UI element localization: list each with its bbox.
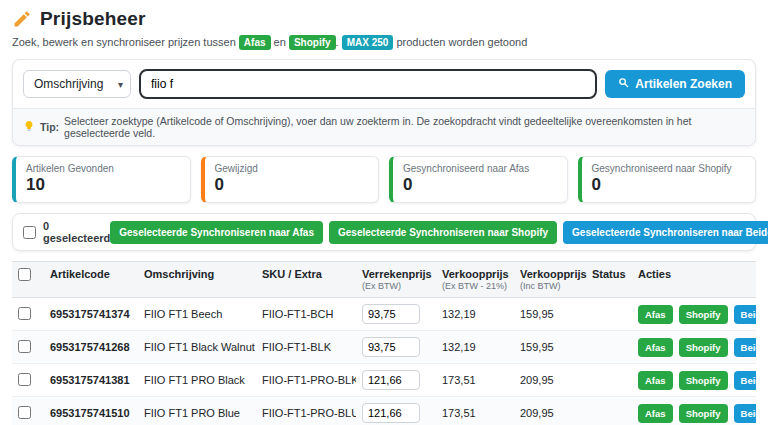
col-verkoopprijs-ex-sub: (Ex BTW - 21%) (442, 281, 508, 291)
select-all-checkbox[interactable] (23, 226, 36, 239)
row-checkbox[interactable] (18, 373, 31, 386)
search-button[interactable]: Artikelen Zoeken (605, 70, 745, 98)
stat-card-artikelen-gevonden: Artikelen Gevonden 10 (12, 156, 191, 203)
table-row: 6953175741374 FIIO FT1 Beech FIIO-FT1-BC… (12, 298, 756, 331)
cell-acties: Afas Shopify Beide (632, 364, 756, 397)
search-type-select[interactable]: Omschrijving (23, 70, 131, 98)
row-checkbox-cell (12, 364, 44, 397)
afas-badge: Afas (239, 35, 271, 50)
col-verkoopprijs-ex-label: Verkoopprijs (442, 268, 508, 280)
cell-verrekenprijs (356, 364, 436, 397)
cell-status (586, 331, 632, 364)
cell-sku: FIIO-FT1-PRO-BLU (256, 397, 356, 425)
row-sync-shopify-button[interactable]: Shopify (679, 338, 728, 357)
edit-pencil-icon (12, 9, 32, 29)
products-table: Artikelcode Omschrijving SKU / Extra Ver… (12, 261, 756, 425)
stat-value: 0 (215, 175, 369, 195)
row-sync-afas-button[interactable]: Afas (638, 338, 673, 357)
tip-text: Selecteer zoektype (Artikelcode of Omsch… (64, 115, 745, 139)
cell-verkoopprijs-inc: 159,95 (514, 298, 586, 331)
sync-selected-shopify-button[interactable]: Geselecteerde Synchroniseren naar Shopif… (329, 221, 557, 244)
cell-omschrijving: FIIO FT1 Beech (138, 298, 256, 331)
header-checkbox-cell (12, 262, 44, 298)
row-sync-beide-button[interactable]: Beide (734, 404, 756, 423)
selection-bar: 0 geselecteerd Geselecteerde Synchronise… (12, 213, 756, 251)
cell-verkoopprijs-inc: 209,95 (514, 364, 586, 397)
table-row: 6953175741510 FIIO FT1 PRO Blue FIIO-FT1… (12, 397, 756, 425)
lightbulb-icon (23, 120, 35, 134)
row-checkbox[interactable] (18, 340, 31, 353)
cell-acties: Afas Shopify Beide (632, 298, 756, 331)
row-sync-shopify-button[interactable]: Shopify (679, 371, 728, 390)
stat-label: Gesynchroniseerd naar Afas (403, 163, 557, 174)
row-sync-beide-button[interactable]: Beide (734, 371, 756, 390)
cell-sku: FIIO-FT1-PRO-BLK (256, 364, 356, 397)
col-verkoopprijs-inc-label: Verkoopprijs (520, 268, 580, 280)
cell-verkoopprijs-inc: 209,95 (514, 397, 586, 425)
search-input[interactable] (139, 69, 597, 99)
stat-card-gesynchroniseerd-afas: Gesynchroniseerd naar Afas 0 (389, 156, 568, 203)
stat-label: Gewijzigd (215, 163, 369, 174)
verrekenprijs-input[interactable] (362, 304, 420, 324)
cell-acties: Afas Shopify Beide (632, 397, 756, 425)
row-checkbox[interactable] (18, 406, 31, 419)
row-sync-afas-button[interactable]: Afas (638, 305, 673, 324)
col-omschrijving: Omschrijving (138, 262, 256, 298)
cell-verkoopprijs-ex: 173,51 (436, 397, 514, 425)
cell-sku: FIIO-FT1-BCH (256, 298, 356, 331)
cell-status (586, 298, 632, 331)
cell-artikelcode: 6953175741381 (44, 364, 138, 397)
sync-selected-afas-button[interactable]: Geselecteerde Synchroniseren naar Afas (110, 221, 323, 244)
cell-status (586, 397, 632, 425)
page-header: Prijsbeheer (12, 8, 756, 30)
cell-sku: FIIO-FT1-BLK (256, 331, 356, 364)
verrekenprijs-input[interactable] (362, 403, 420, 423)
row-sync-shopify-button[interactable]: Shopify (679, 305, 728, 324)
search-card: Omschrijving ▾ Artikelen Zoeken Tip: Sel… (12, 59, 756, 146)
stat-label: Artikelen Gevonden (26, 163, 180, 174)
tip-label: Tip: (40, 121, 59, 133)
page-title: Prijsbeheer (40, 8, 146, 30)
search-row: Omschrijving ▾ Artikelen Zoeken (13, 60, 755, 108)
subtitle-text-pre: Zoek, bewerk en synchroniseer prijzen tu… (12, 36, 236, 48)
select-all-area: 0 geselecteerd (23, 220, 110, 244)
cell-artikelcode: 6953175741268 (44, 331, 138, 364)
col-status: Status (586, 262, 632, 298)
search-button-label: Artikelen Zoeken (635, 77, 732, 91)
stat-value: 10 (26, 175, 180, 195)
cell-omschrijving: FIIO FT1 PRO Black (138, 364, 256, 397)
table-row: 6953175741381 FIIO FT1 PRO Black FIIO-FT… (12, 364, 756, 397)
sync-selected-beide-button[interactable]: Geselecteerde Synchroniseren naar Beide (563, 221, 768, 244)
row-sync-beide-button[interactable]: Beide (734, 338, 756, 357)
col-verrekenprijs-label: Verrekenprijs (362, 268, 430, 280)
subtitle-dot: . (336, 36, 339, 48)
prijsbeheer-page: Prijsbeheer Zoek, bewerk en synchronisee… (0, 0, 768, 425)
cell-verrekenprijs (356, 298, 436, 331)
shopify-badge: Shopify (289, 35, 336, 50)
row-sync-afas-button[interactable]: Afas (638, 404, 673, 423)
subtitle-text-mid: en (274, 36, 286, 48)
col-verkoopprijs-inc-sub: (Inc BTW) (520, 281, 580, 291)
stat-label: Gesynchroniseerd naar Shopify (592, 163, 746, 174)
col-acties: Acties (632, 262, 756, 298)
max-250-badge: MAX 250 (342, 35, 394, 50)
page-subtitle: Zoek, bewerk en synchroniseer prijzen tu… (12, 35, 756, 50)
row-checkbox-cell (12, 331, 44, 364)
col-sku: SKU / Extra (256, 262, 356, 298)
stat-value: 0 (592, 175, 746, 195)
row-sync-beide-button[interactable]: Beide (734, 305, 756, 324)
cell-verkoopprijs-ex: 132,19 (436, 331, 514, 364)
cell-verkoopprijs-inc: 159,95 (514, 331, 586, 364)
row-sync-afas-button[interactable]: Afas (638, 371, 673, 390)
verrekenprijs-input[interactable] (362, 370, 420, 390)
cell-artikelcode: 6953175741374 (44, 298, 138, 331)
row-checkbox[interactable] (18, 307, 31, 320)
verrekenprijs-input[interactable] (362, 337, 420, 357)
col-verrekenprijs-sub: (Ex BTW) (362, 281, 430, 291)
stats-row: Artikelen Gevonden 10 Gewijzigd 0 Gesync… (12, 156, 756, 203)
table-row: 6953175741268 FIIO FT1 Black Walnut FIIO… (12, 331, 756, 364)
search-icon (618, 77, 629, 91)
row-sync-shopify-button[interactable]: Shopify (679, 404, 728, 423)
table-header: Artikelcode Omschrijving SKU / Extra Ver… (12, 262, 756, 298)
header-select-all-checkbox[interactable] (18, 268, 31, 281)
